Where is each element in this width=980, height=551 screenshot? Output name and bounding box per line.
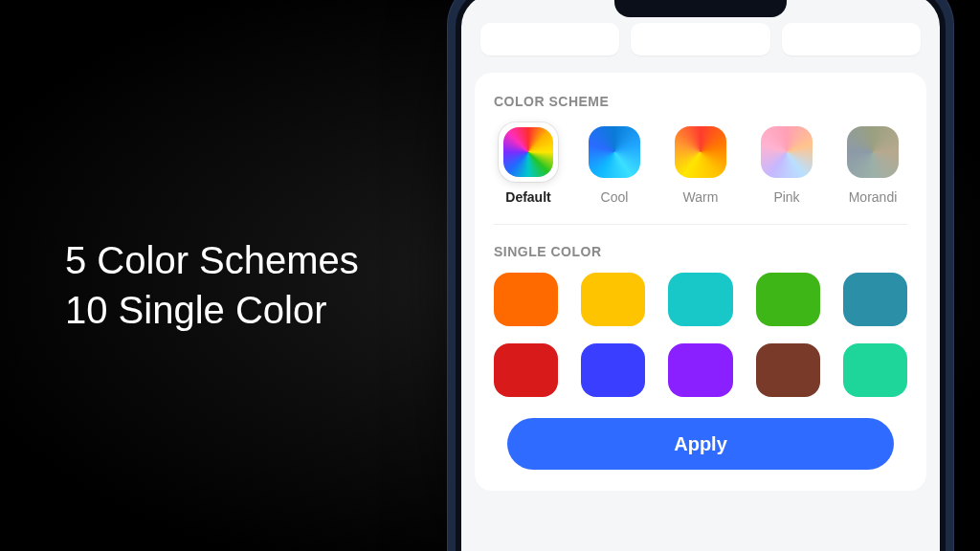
top-tab[interactable] — [480, 23, 619, 55]
phone-frame: COLOR SCHEME DefaultCoolWarmPinkMorandi … — [448, 0, 953, 551]
scheme-option-cool[interactable]: Cool — [580, 122, 649, 205]
color-settings-card: COLOR SCHEME DefaultCoolWarmPinkMorandi … — [475, 73, 926, 491]
scheme-swatch-icon — [675, 126, 726, 178]
scheme-swatch-icon — [761, 126, 813, 178]
divider — [494, 224, 907, 225]
scheme-swatch-wrap — [499, 122, 558, 182]
single-color-grid — [494, 273, 907, 397]
single-color-swatch[interactable] — [843, 343, 907, 397]
scheme-swatch-icon — [589, 126, 640, 178]
scheme-name-label: Warm — [683, 189, 719, 205]
single-color-swatch[interactable] — [494, 343, 558, 397]
single-color-swatch[interactable] — [581, 343, 645, 397]
scheme-swatch-wrap — [671, 122, 730, 182]
scheme-option-warm[interactable]: Warm — [666, 122, 735, 205]
single-color-swatch[interactable] — [668, 273, 732, 326]
scheme-option-pink[interactable]: Pink — [752, 122, 821, 205]
single-color-swatch[interactable] — [756, 343, 820, 397]
slide-line-2: 10 Single Color — [65, 285, 359, 335]
scheme-row: DefaultCoolWarmPinkMorandi — [494, 122, 907, 205]
single-color-swatch[interactable] — [843, 273, 907, 326]
single-color-swatch[interactable] — [494, 273, 558, 326]
single-color-swatch[interactable] — [581, 273, 645, 326]
scheme-swatch-icon — [503, 127, 553, 177]
phone-notch — [614, 0, 787, 17]
section-label-scheme: COLOR SCHEME — [494, 94, 907, 109]
scheme-option-morandi[interactable]: Morandi — [838, 122, 907, 205]
scheme-name-label: Pink — [773, 189, 799, 205]
scheme-name-label: Morandi — [849, 189, 898, 205]
scheme-swatch-icon — [847, 126, 899, 178]
top-tab[interactable] — [631, 23, 769, 55]
slide-headline: 5 Color Schemes 10 Single Color — [65, 235, 359, 335]
section-label-single: SINGLE COLOR — [494, 244, 907, 259]
scheme-swatch-wrap — [757, 122, 816, 182]
top-tab[interactable] — [782, 23, 921, 55]
scheme-name-label: Cool — [601, 189, 629, 205]
scheme-swatch-wrap — [843, 122, 902, 182]
scheme-option-default[interactable]: Default — [494, 122, 563, 205]
scheme-swatch-wrap — [585, 122, 644, 182]
phone-screen: COLOR SCHEME DefaultCoolWarmPinkMorandi … — [461, 0, 940, 551]
single-color-swatch[interactable] — [668, 343, 732, 397]
single-color-swatch[interactable] — [756, 273, 820, 326]
phone-bezel: COLOR SCHEME DefaultCoolWarmPinkMorandi … — [456, 0, 946, 551]
scheme-name-label: Default — [505, 189, 550, 205]
apply-button[interactable]: Apply — [507, 418, 894, 470]
slide-line-1: 5 Color Schemes — [65, 235, 359, 285]
